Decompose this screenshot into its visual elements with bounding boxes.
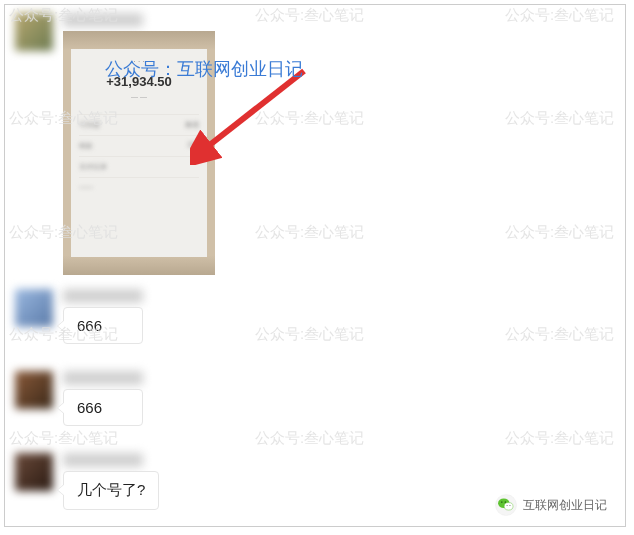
svg-point-5	[505, 501, 507, 503]
watermark: 公众号:叁心笔记	[255, 109, 364, 128]
phone-header: · · ·	[79, 57, 199, 66]
account-name: 互联网创业日记	[523, 497, 607, 514]
watermark: 公众号:叁心笔记	[505, 325, 614, 344]
watermark: 公众号:叁心笔记	[505, 6, 614, 25]
chat-text: 666	[77, 399, 102, 416]
watermark: 公众号:叁心笔记	[255, 429, 364, 448]
watermark: 公众号:叁心笔记	[255, 6, 364, 25]
avatar[interactable]	[15, 289, 53, 327]
chat-text: 666	[77, 317, 102, 334]
message-row: · · · +31,934.50 — — 可自提微信 收款200 支付记录 ——	[5, 7, 225, 281]
chat-bubble[interactable]: 几个号了?	[63, 471, 159, 510]
svg-point-7	[509, 505, 510, 506]
chat-image[interactable]: · · · +31,934.50 — — 可自提微信 收款200 支付记录 ——	[63, 31, 215, 275]
avatar[interactable]	[15, 453, 53, 491]
phone-amount: +31,934.50	[79, 74, 199, 89]
phone-screenshot: · · · +31,934.50 — — 可自提微信 收款200 支付记录 ——	[71, 49, 207, 257]
watermark: 公众号:叁心笔记	[255, 325, 364, 344]
account-badge[interactable]: 互联网创业日记	[495, 494, 607, 516]
message-row: 几个号了?	[5, 447, 169, 516]
watermark: 公众号:叁心笔记	[505, 223, 614, 242]
nickname-blurred	[63, 371, 143, 385]
svg-point-4	[501, 501, 503, 503]
watermark: 公众号:叁心笔记	[505, 429, 614, 448]
chat-bubble[interactable]: 666	[63, 389, 143, 426]
watermark: 公众号:叁心笔记	[505, 109, 614, 128]
avatar[interactable]	[15, 13, 53, 51]
chat-window: 公众号:叁心笔记 公众号:叁心笔记 公众号:叁心笔记 公众号:叁心笔记 公众号:…	[4, 4, 626, 527]
nickname-blurred	[63, 453, 143, 467]
nickname-blurred	[63, 13, 143, 27]
watermark: 公众号:叁心笔记	[255, 223, 364, 242]
svg-point-3	[504, 503, 513, 510]
chat-bubble[interactable]: 666	[63, 307, 143, 344]
avatar[interactable]	[15, 371, 53, 409]
phone-sub: — —	[79, 93, 199, 100]
chat-text: 几个号了?	[77, 481, 145, 498]
svg-point-6	[507, 505, 508, 506]
nickname-blurred	[63, 289, 143, 303]
wechat-icon	[495, 494, 517, 516]
message-row: 666	[5, 365, 153, 432]
message-row: 666	[5, 283, 153, 350]
